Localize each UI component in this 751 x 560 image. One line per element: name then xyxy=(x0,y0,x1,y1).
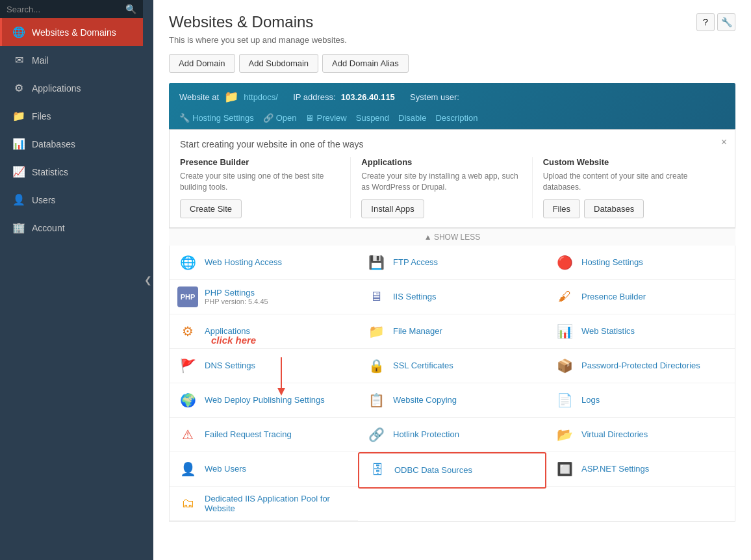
list-item[interactable]: 📊 Web Statistics xyxy=(546,314,735,349)
web-hosting-access-link[interactable]: Web Hosting Access xyxy=(205,257,282,267)
hosting-settings-link[interactable]: 🔧 Hosting Settings xyxy=(179,113,254,123)
suspend-link[interactable]: Suspend xyxy=(356,113,389,123)
search-icon[interactable]: 🔍 xyxy=(125,4,136,14)
preview-link[interactable]: 🖥 Preview xyxy=(305,113,346,123)
sidebar-item-websites[interactable]: 🌐 Websites & Domains xyxy=(0,18,143,46)
files-icon: 📁 xyxy=(12,110,25,122)
presence-builder-link[interactable]: Presence Builder xyxy=(581,292,646,301)
sidebar-item-label: Websites & Domains xyxy=(32,27,116,38)
search-input[interactable] xyxy=(6,5,121,14)
list-item[interactable]: 🚩 DNS Settings click here xyxy=(170,349,358,383)
dns-settings-link[interactable]: DNS Settings xyxy=(205,361,255,370)
main-content: ? 🔧 Websites & Domains This is where you… xyxy=(153,0,751,560)
list-item[interactable]: 🔲 ASP.NET Settings xyxy=(546,452,735,487)
iis-icon: 🖥 xyxy=(366,286,387,307)
list-item[interactable]: 🔗 Hotlink Protection xyxy=(358,418,546,452)
ftp-access-link[interactable]: FTP Access xyxy=(393,257,438,267)
website-copying-link[interactable]: Website Copying xyxy=(393,395,457,405)
copy-icon: 📋 xyxy=(366,390,387,411)
statistics-icon: 📈 xyxy=(12,166,25,178)
hosting-settings-link2[interactable]: Hosting Settings xyxy=(581,257,643,267)
show-less-bar[interactable]: ▲ SHOW LESS xyxy=(169,228,735,246)
dedicated-icon: 🗂 xyxy=(177,493,198,514)
list-item[interactable]: 🗂 Dedicated IIS Application Pool for Web… xyxy=(170,487,358,521)
description-link[interactable]: Description xyxy=(435,113,477,123)
list-item[interactable]: 🌐 Web Hosting Access xyxy=(170,246,358,280)
click-arrow xyxy=(255,354,307,400)
open-link[interactable]: 🔗 Open xyxy=(263,113,297,123)
databases-icon: 📊 xyxy=(12,138,25,150)
web-users-link[interactable]: Web Users xyxy=(205,464,246,474)
option-desc-apps: Create your site by installing a web app… xyxy=(361,171,521,193)
list-item[interactable]: 🔒 SSL Certificates xyxy=(358,349,546,383)
sidebar-item-statistics[interactable]: 📈 Statistics xyxy=(0,158,143,186)
list-item[interactable]: 🖌 Presence Builder xyxy=(546,280,735,314)
add-subdomain-button[interactable]: Add Subdomain xyxy=(239,54,319,73)
web-statistics-link[interactable]: Web Statistics xyxy=(581,326,635,336)
odbc-icon: 🗄 xyxy=(367,460,388,481)
failed-request-link[interactable]: Failed Request Tracing xyxy=(205,429,292,439)
help-button[interactable]: ? xyxy=(696,13,715,31)
sidebar-item-users[interactable]: 👤 Users xyxy=(0,186,143,214)
webusers-icon: 👤 xyxy=(177,459,198,479)
sidebar-collapse-button[interactable]: ❮ xyxy=(143,0,153,560)
click-here-annotation: click here xyxy=(211,335,256,346)
help-icons: ? 🔧 xyxy=(696,13,735,31)
list-item[interactable]: PHP PHP Settings PHP version: 5.4.45 xyxy=(170,280,358,314)
getting-started-title: Start creating your website in one of th… xyxy=(180,139,724,149)
settings-button[interactable]: 🔧 xyxy=(717,13,735,31)
presence-builder-icon: 🖌 xyxy=(554,286,575,307)
sidebar: 🔍 🌐 Websites & Domains ✉ Mail ⚙ Applicat… xyxy=(0,0,143,560)
password-dirs-link[interactable]: Password-Protected Directories xyxy=(581,361,700,370)
php-settings-link[interactable]: PHP Settings xyxy=(205,288,255,298)
add-domain-button[interactable]: Add Domain xyxy=(169,54,235,73)
col-3: 🔴 Hosting Settings 🖌 Presence Builder 📊 … xyxy=(546,246,735,521)
create-site-button[interactable]: Create Site xyxy=(180,199,242,218)
list-item[interactable]: 🖥 IIS Settings xyxy=(358,280,546,314)
disable-link[interactable]: Disable xyxy=(398,113,426,123)
hotlink-protection-link[interactable]: Hotlink Protection xyxy=(393,429,459,439)
databases-button[interactable]: Databases xyxy=(584,199,644,218)
sidebar-item-applications[interactable]: ⚙ Applications xyxy=(0,74,143,102)
odbc-item[interactable]: 🗄 ODBC Data Sources xyxy=(358,452,546,489)
flag-icon: 🚩 xyxy=(177,355,198,376)
dedicated-iis-link[interactable]: Dedicated IIS Application Pool for Websi… xyxy=(205,494,330,513)
list-item[interactable]: 👤 Web Users xyxy=(170,452,358,487)
list-item[interactable]: 💾 FTP Access xyxy=(358,246,546,280)
file-manager-link[interactable]: File Manager xyxy=(393,326,442,336)
option-desc-custom: Upload the content of your site and crea… xyxy=(543,171,724,193)
sidebar-item-account[interactable]: 🏢 Account xyxy=(0,214,143,242)
col-2: 💾 FTP Access 🖥 IIS Settings 📁 File Manag… xyxy=(358,246,546,521)
wrench-icon: 🔧 xyxy=(179,113,190,123)
ssl-certificates-link[interactable]: SSL Certificates xyxy=(393,361,453,370)
install-apps-button[interactable]: Install Apps xyxy=(361,199,424,218)
virtual-directories-link[interactable]: Virtual Directories xyxy=(581,429,648,439)
list-item[interactable]: ⚙ Applications xyxy=(170,314,358,349)
php-version: PHP version: 5.4.45 xyxy=(205,298,268,305)
close-button[interactable]: × xyxy=(721,136,727,148)
aspnet-settings-link[interactable]: ASP.NET Settings xyxy=(581,464,649,474)
list-item[interactable]: 🔴 Hosting Settings xyxy=(546,246,735,280)
list-item[interactable]: 📄 Logs xyxy=(546,383,735,418)
logs-link[interactable]: Logs xyxy=(581,395,600,405)
list-item[interactable]: ⚠ Failed Request Tracing xyxy=(170,418,358,452)
list-item[interactable]: 📂 Virtual Directories xyxy=(546,418,735,452)
page-title: Websites & Domains xyxy=(169,13,735,31)
option-desc-presence: Create your site using one of the best s… xyxy=(180,171,340,193)
option-custom-website: Custom Website Upload the content of you… xyxy=(543,157,724,218)
sidebar-item-label: Mail xyxy=(32,55,49,66)
list-item[interactable]: 📁 File Manager xyxy=(358,314,546,349)
hotlink-icon: 🔗 xyxy=(366,424,387,445)
odbc-data-sources-link[interactable]: ODBC Data Sources xyxy=(394,465,472,475)
search-bar[interactable]: 🔍 xyxy=(0,0,143,18)
sidebar-item-databases[interactable]: 📊 Databases xyxy=(0,130,143,158)
files-button[interactable]: Files xyxy=(543,199,580,218)
list-item[interactable]: 📋 Website Copying xyxy=(358,383,546,418)
sidebar-item-files[interactable]: 📁 Files xyxy=(0,102,143,130)
sidebar-item-mail[interactable]: ✉ Mail xyxy=(0,46,143,74)
domain-folder-link[interactable]: httpdocs/ xyxy=(244,92,278,102)
ssl-icon: 🔒 xyxy=(366,355,387,376)
add-domain-alias-button[interactable]: Add Domain Alias xyxy=(322,54,409,73)
iis-settings-link[interactable]: IIS Settings xyxy=(393,292,436,301)
list-item[interactable]: 📦 Password-Protected Directories xyxy=(546,349,735,383)
